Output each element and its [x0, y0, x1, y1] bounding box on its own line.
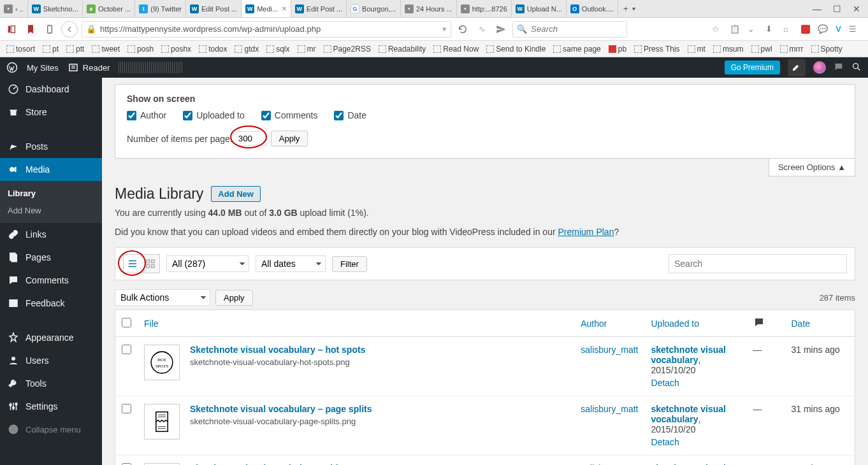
bookmark-item[interactable]: tosort: [4, 43, 38, 55]
wp-logo[interactable]: [6, 62, 18, 73]
browser-tab[interactable]: OOutlook....: [567, 0, 618, 17]
sidebar-item-feedback[interactable]: Feedback: [0, 292, 102, 315]
addon-icon[interactable]: [801, 25, 810, 34]
browser-search-input[interactable]: [531, 24, 623, 34]
uploaded-to-link[interactable]: sketchnote visual vocabulary: [651, 345, 727, 365]
url-input[interactable]: [100, 24, 438, 34]
chk-uploaded-to[interactable]: Uploaded to: [183, 110, 245, 120]
sidebar-sub-add-new[interactable]: Add New: [0, 202, 102, 219]
sidebar-sub-library[interactable]: Library: [0, 185, 102, 202]
bulk-actions-select[interactable]: Bulk Actions: [115, 289, 210, 306]
bookmark-item[interactable]: same page: [551, 43, 603, 55]
select-all-checkbox[interactable]: [122, 318, 131, 327]
bookmark-item[interactable]: Read Now: [431, 43, 481, 55]
thumbnail[interactable]: HOTSPOTS: [144, 345, 180, 380]
reader[interactable]: Reader: [68, 62, 110, 73]
bookmark-item[interactable]: tweet: [89, 43, 122, 55]
notifications-icon[interactable]: [834, 62, 844, 74]
bookmark-item[interactable]: Spotty: [809, 43, 845, 55]
grid-view-button[interactable]: [141, 255, 159, 273]
bookmark-item[interactable]: mt: [685, 43, 708, 55]
sidebar-item-settings[interactable]: Settings: [0, 395, 102, 418]
my-sites[interactable]: My Sites: [27, 63, 59, 73]
download-icon[interactable]: ⬇: [765, 24, 776, 34]
col-uploaded-to[interactable]: Uploaded to: [645, 310, 747, 337]
url-input-wrap[interactable]: 🔒 ▾: [82, 21, 451, 38]
sidebar-item-users[interactable]: Users: [0, 349, 102, 372]
edit-icon[interactable]: [788, 59, 806, 76]
sidebar-item-media[interactable]: Media: [0, 158, 102, 181]
detach-link[interactable]: Detach: [651, 437, 741, 447]
filter-date-select[interactable]: All dates: [256, 255, 326, 272]
bookmark-item[interactable]: Press This: [632, 43, 682, 55]
sidebar-item-pages[interactable]: Pages: [0, 246, 102, 269]
bookmark-item[interactable]: pb: [606, 43, 629, 55]
pocket-icon[interactable]: ⌄: [748, 24, 758, 34]
browser-tab[interactable]: •24 Hours ...: [401, 0, 457, 17]
minimize-button[interactable]: —: [813, 4, 821, 14]
sidebar-item-comments[interactable]: Comments: [0, 269, 102, 292]
reload-button[interactable]: [455, 22, 470, 37]
close-window-button[interactable]: ✕: [853, 4, 860, 14]
sidebar-item-links[interactable]: Links: [0, 223, 102, 246]
chk-author[interactable]: Author: [127, 110, 166, 120]
col-comments[interactable]: [747, 310, 785, 337]
uploaded-to-link[interactable]: sketchnote visual vocabulary: [651, 404, 727, 424]
filter-button[interactable]: Filter: [332, 256, 367, 272]
browser-search[interactable]: 🔍: [512, 21, 627, 38]
sidebar-toggle-icon[interactable]: [4, 22, 19, 37]
bookmark-item[interactable]: sqlx: [264, 43, 292, 55]
premium-plan-link[interactable]: Premium Plan: [558, 227, 614, 237]
browser-tab[interactable]: WEdit Post ...: [186, 0, 242, 17]
chat-icon[interactable]: 💬: [818, 24, 828, 34]
file-title-link[interactable]: Sketchnote visual vocabulary – page spli…: [190, 404, 372, 414]
sidebar-item-tools[interactable]: Tools: [0, 372, 102, 395]
browser-tab[interactable]: WMedi...×: [242, 0, 291, 17]
sidebar-item-dashboard[interactable]: Dashboard: [0, 78, 102, 101]
row-checkbox[interactable]: [122, 404, 131, 413]
bookmark-item[interactable]: poshx: [159, 43, 194, 55]
bookmark-item[interactable]: todox: [196, 43, 229, 55]
browser-tab[interactable]: GBourgon,...: [347, 0, 401, 17]
maximize-button[interactable]: ☐: [833, 4, 841, 14]
row-checkbox[interactable]: [122, 345, 131, 354]
author-link[interactable]: salisbury_matt: [581, 345, 638, 355]
bookmark-item[interactable]: pt: [40, 43, 61, 55]
browser-tab[interactable]: t(9) Twitter: [135, 0, 186, 17]
close-tab-icon[interactable]: ×: [282, 4, 287, 13]
bookmark-item[interactable]: gtdx: [232, 43, 261, 55]
bookmark-item[interactable]: Page2RSS: [321, 43, 373, 55]
device-icon[interactable]: [42, 22, 57, 37]
col-file[interactable]: File: [138, 310, 574, 337]
bookmark-icon[interactable]: [23, 22, 38, 37]
bookmark-item[interactable]: Send to Kindle: [484, 43, 548, 55]
browser-tab[interactable]: WEdit Post ...: [291, 0, 347, 17]
chk-comments[interactable]: Comments: [261, 110, 318, 120]
filter-type-select[interactable]: All (287): [166, 255, 249, 272]
dropdown-icon[interactable]: ▾: [442, 24, 447, 34]
sidebar-item-posts[interactable]: Posts: [0, 135, 102, 158]
bulk-apply-button[interactable]: Apply: [215, 290, 253, 306]
browser-tab[interactable]: WUpload N...: [512, 0, 567, 17]
chk-date[interactable]: Date: [334, 110, 366, 120]
author-link[interactable]: salisbury_matt: [581, 404, 638, 414]
browser-tab[interactable]: •‹ ..: [0, 0, 28, 17]
send-icon[interactable]: [493, 22, 509, 37]
thumbnail[interactable]: [144, 404, 180, 440]
bookmark-item[interactable]: Readability: [376, 43, 428, 55]
home-icon[interactable]: ⌂: [783, 24, 793, 34]
bookmark-item[interactable]: msum: [711, 43, 746, 55]
bookmark-item[interactable]: ptt: [64, 43, 87, 55]
screen-options-tab[interactable]: Screen Options ▲: [769, 159, 855, 176]
menu-icon[interactable]: ☰: [849, 24, 859, 34]
file-title-link[interactable]: Sketchnote visual vocabulary – hot spots: [190, 345, 365, 355]
detach-link[interactable]: Detach: [651, 378, 741, 388]
sidebar-collapse[interactable]: Collapse menu: [0, 418, 102, 441]
add-new-button[interactable]: Add New: [211, 186, 261, 202]
bookmark-item[interactable]: mrrr: [778, 43, 806, 55]
browser-tab[interactable]: •http:...8726: [457, 0, 512, 17]
go-premium-button[interactable]: Go Premium: [725, 61, 780, 75]
search-admin-icon[interactable]: [851, 62, 862, 74]
items-per-page-input[interactable]: [236, 131, 267, 146]
sidebar-item-store[interactable]: Store: [0, 101, 102, 124]
